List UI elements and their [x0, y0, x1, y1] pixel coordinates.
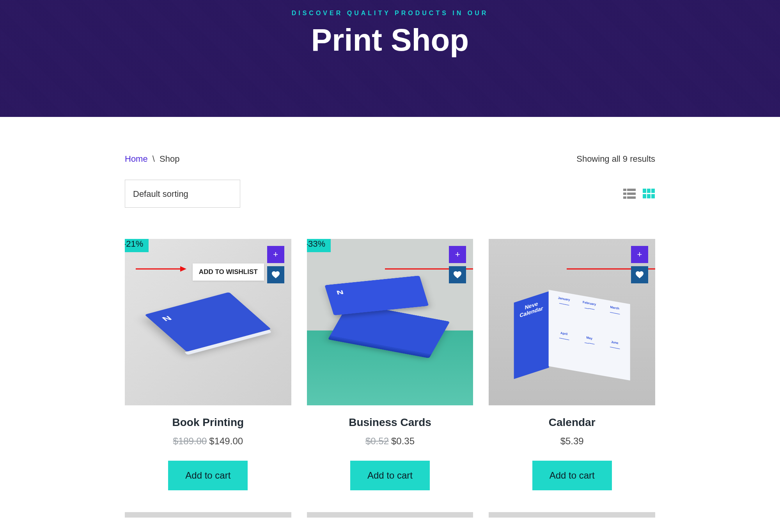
product-placeholder	[307, 512, 473, 518]
compare-button[interactable]: +	[267, 246, 284, 263]
heart-icon	[636, 271, 644, 278]
current-price: $149.00	[209, 436, 243, 446]
plus-icon: +	[455, 249, 460, 260]
old-price: $0.52	[365, 436, 389, 446]
svg-rect-1	[627, 189, 636, 191]
product-grid-row-2	[125, 512, 655, 518]
heart-icon	[272, 271, 280, 278]
product-placeholder	[489, 512, 655, 518]
product-price: $189.00$149.00	[125, 436, 291, 447]
calendar-label: NeveCalendar	[514, 292, 549, 326]
card-logo: N	[336, 289, 344, 296]
grid-view-button[interactable]	[643, 189, 655, 199]
svg-rect-4	[623, 196, 626, 199]
product-image[interactable]: N -33% +	[307, 239, 473, 405]
svg-rect-8	[651, 189, 655, 193]
svg-rect-7	[647, 189, 651, 193]
results-count: Showing all 9 results	[576, 154, 655, 164]
product-title: Calendar	[489, 416, 655, 429]
wishlist-tooltip: ADD TO WISHLIST	[193, 263, 264, 281]
svg-rect-9	[643, 194, 646, 198]
svg-rect-3	[627, 193, 636, 195]
breadcrumb: Home \ Shop	[125, 154, 179, 164]
page-title: Print Shop	[311, 22, 469, 58]
svg-rect-2	[623, 193, 626, 195]
breadcrumb-separator: \	[152, 154, 155, 164]
current-price: $5.39	[560, 436, 584, 446]
cards-illustration: N	[307, 239, 473, 405]
view-toggle-group	[623, 189, 655, 199]
product-grid: N -21% ADD TO WISHLIST +	[125, 239, 655, 490]
add-to-cart-button[interactable]: Add to cart	[350, 461, 430, 490]
list-view-button[interactable]	[623, 189, 636, 199]
wishlist-button[interactable]	[631, 266, 648, 283]
breadcrumb-home-link[interactable]: Home	[125, 154, 148, 164]
wishlist-button[interactable]	[267, 266, 284, 283]
svg-rect-6	[643, 189, 646, 193]
book-logo: N	[160, 315, 174, 322]
svg-rect-11	[651, 194, 655, 198]
add-to-cart-button[interactable]: Add to cart	[168, 461, 248, 490]
current-price: $0.35	[391, 436, 415, 446]
grid-view-icon	[643, 189, 655, 199]
product-card[interactable]: NeveCalendar January▁▁▁▁▁ February▁▁▁▁▁ …	[489, 239, 655, 490]
svg-rect-0	[623, 189, 626, 191]
add-to-cart-button[interactable]: Add to cart	[532, 461, 612, 490]
wishlist-button[interactable]	[449, 266, 466, 283]
svg-rect-10	[647, 194, 651, 198]
discount-badge: -33%	[307, 239, 331, 252]
hero-eyebrow: DISCOVER QUALITY PRODUCTS IN OUR	[292, 10, 489, 17]
product-image[interactable]: NeveCalendar January▁▁▁▁▁ February▁▁▁▁▁ …	[489, 239, 655, 405]
list-view-icon	[623, 189, 636, 199]
product-title: Business Cards	[307, 416, 473, 429]
plus-icon: +	[637, 249, 642, 260]
heart-icon	[454, 271, 461, 278]
product-image[interactable]: N -21% ADD TO WISHLIST +	[125, 239, 291, 405]
product-price: $5.39	[489, 436, 655, 447]
product-price: $0.52$0.35	[307, 436, 473, 447]
product-placeholder	[125, 512, 291, 518]
discount-badge: -21%	[125, 239, 149, 252]
product-title: Book Printing	[125, 416, 291, 429]
breadcrumb-current: Shop	[160, 154, 179, 164]
plus-icon: +	[273, 249, 278, 260]
compare-button[interactable]: +	[449, 246, 466, 263]
compare-button[interactable]: +	[631, 246, 648, 263]
old-price: $189.00	[173, 436, 207, 446]
product-card[interactable]: N -21% ADD TO WISHLIST +	[125, 239, 291, 490]
product-card[interactable]: N -33% +	[307, 239, 473, 490]
calendar-illustration: NeveCalendar January▁▁▁▁▁ February▁▁▁▁▁ …	[489, 239, 655, 405]
sorting-select[interactable]: Default sorting	[125, 180, 240, 208]
hero-banner: DISCOVER QUALITY PRODUCTS IN OUR Print S…	[0, 0, 780, 117]
svg-rect-5	[627, 196, 636, 199]
